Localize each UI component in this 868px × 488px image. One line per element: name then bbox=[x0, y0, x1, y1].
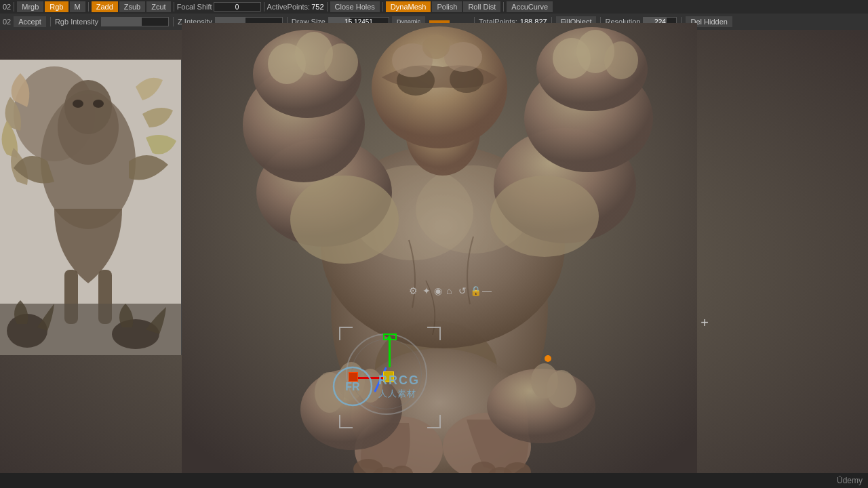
separator bbox=[173, 17, 174, 26]
svg-text:🔒: 🔒 bbox=[470, 285, 482, 297]
reference-panel bbox=[0, 60, 182, 355]
rgb-intensity-fill bbox=[102, 18, 142, 26]
svg-point-25 bbox=[422, 35, 450, 59]
separator bbox=[503, 2, 504, 12]
svg-point-56 bbox=[545, 355, 551, 362]
focal-shift-slider[interactable]: 0 bbox=[214, 2, 261, 12]
separator bbox=[88, 2, 89, 12]
separator bbox=[264, 2, 264, 12]
svg-point-24 bbox=[444, 42, 482, 72]
gizmo-bracket-tr bbox=[427, 327, 441, 340]
separator bbox=[50, 17, 51, 26]
roll-dist-button[interactable]: Roll Dist bbox=[463, 1, 500, 12]
watermark: FR RRCG 人人素材 bbox=[332, 366, 420, 407]
crosshair-cursor: + bbox=[701, 316, 709, 329]
svg-text:⚙: ⚙ bbox=[409, 285, 418, 296]
separator bbox=[327, 2, 328, 12]
polish-button[interactable]: Polish bbox=[432, 1, 462, 12]
zcut-button[interactable]: Zcut bbox=[146, 1, 170, 12]
gizmo-y-handle[interactable] bbox=[383, 333, 397, 340]
toolbar-row1: 02 Mrgb Rgb M Zadd Zsub Zcut Focal Shift… bbox=[0, 0, 868, 14]
udemy-logo: Ūdemy bbox=[837, 476, 863, 485]
svg-text:FR: FR bbox=[345, 381, 360, 392]
num-label: 02 bbox=[3, 3, 11, 11]
main-area: ⚙ ✦ ◉ ⌂ ↺ 🔒 — FR RRCG bbox=[0, 30, 868, 488]
svg-point-37 bbox=[604, 41, 638, 79]
mrgb-button[interactable]: Mrgb bbox=[17, 1, 43, 12]
svg-point-6 bbox=[93, 100, 104, 108]
svg-text:✦: ✦ bbox=[422, 285, 431, 296]
svg-point-55 bbox=[531, 363, 558, 399]
watermark-text: RRCG 人人素材 bbox=[378, 373, 420, 400]
gizmo-bracket-tl bbox=[339, 327, 353, 340]
active-points-label: ActivePoints: bbox=[267, 3, 311, 11]
accucurve-button[interactable]: AccuCurve bbox=[507, 1, 553, 12]
svg-text:—: — bbox=[482, 285, 492, 296]
svg-point-38 bbox=[290, 176, 399, 264]
zsub-button[interactable]: Zsub bbox=[119, 1, 145, 12]
accept-button[interactable]: Accept bbox=[14, 16, 46, 27]
svg-text:◉: ◉ bbox=[434, 285, 442, 296]
rgb-intensity-slider[interactable] bbox=[101, 17, 169, 26]
m-button[interactable]: M bbox=[70, 1, 85, 12]
separator bbox=[382, 2, 383, 12]
svg-point-4 bbox=[64, 80, 112, 134]
focal-shift-value: 0 bbox=[214, 3, 260, 11]
focal-shift-label: Focal Shift bbox=[177, 3, 212, 11]
separator bbox=[174, 2, 174, 12]
rgb-intensity-label: Rgb Intensity bbox=[55, 18, 98, 26]
active-points-value: 752 bbox=[311, 3, 323, 11]
gizmo-bracket-br bbox=[427, 415, 441, 428]
svg-point-5 bbox=[73, 100, 83, 108]
dyname-button[interactable]: DynaMesh bbox=[386, 1, 431, 12]
rrcg-logo: FR bbox=[332, 366, 373, 407]
svg-text:⌂: ⌂ bbox=[446, 285, 452, 296]
gizmo-bracket-bl bbox=[339, 415, 353, 428]
zadd-button[interactable]: Zadd bbox=[92, 1, 118, 12]
rgb-button[interactable]: Rgb bbox=[45, 1, 68, 12]
bottom-bar: Ūdemy bbox=[0, 473, 868, 488]
gizmo-y-axis[interactable] bbox=[389, 339, 391, 367]
num-label2: 02 bbox=[3, 18, 11, 26]
svg-text:↺: ↺ bbox=[458, 285, 467, 296]
svg-point-39 bbox=[490, 176, 599, 257]
separator bbox=[14, 2, 14, 12]
close-holes-button[interactable]: Close Holes bbox=[330, 1, 380, 12]
svg-point-31 bbox=[324, 43, 358, 81]
